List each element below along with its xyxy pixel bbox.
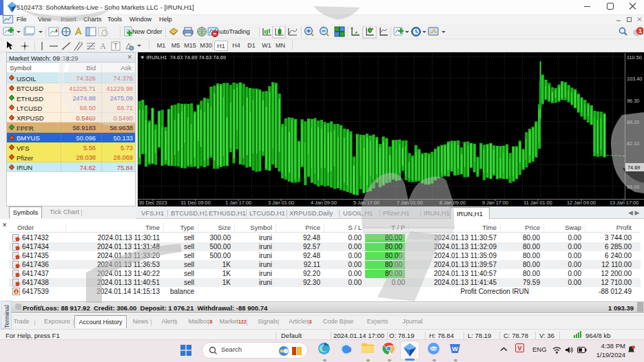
svg-text:96.30: 96.30 — [627, 98, 639, 104]
svg-text:110.50: 110.50 — [627, 54, 642, 61]
svg-text:82.10: 82.10 — [627, 140, 639, 147]
svg-text:W: W — [452, 345, 458, 352]
svg-text:▼ IRUN,H1 74.63 74.89 74.63 7: ▼ IRUN,H1 74.63 74.89 74.63 74.69 — [140, 54, 226, 61]
svg-text:103.40: 103.40 — [627, 76, 642, 82]
svg-text:68.00: 68.00 — [627, 184, 639, 190]
svg-text:89.20: 89.20 — [627, 119, 639, 125]
svg-text:Zoom: Zoom — [430, 347, 437, 350]
